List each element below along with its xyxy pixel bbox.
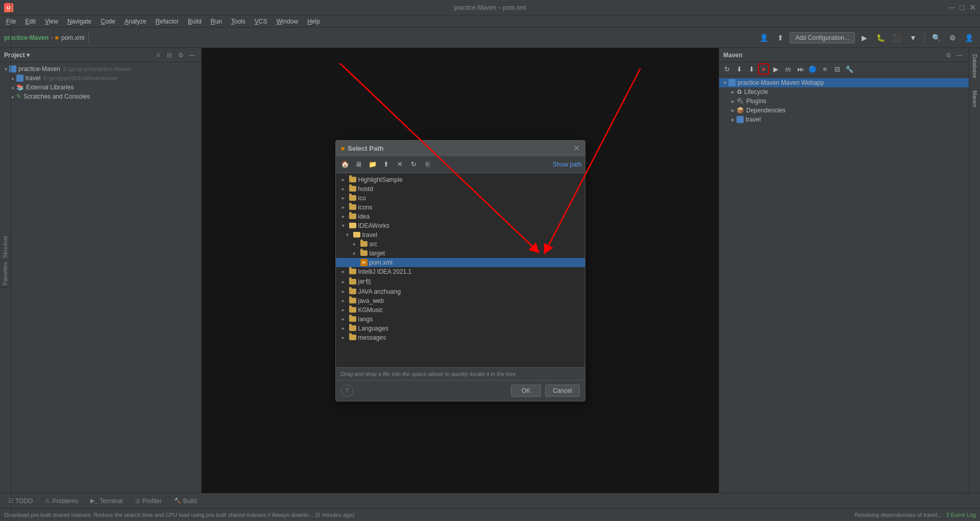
dialog-tree-item-icons[interactable]: ▸ icons bbox=[336, 203, 585, 212]
more-run-btn[interactable]: ▼ bbox=[906, 31, 920, 45]
maven-run-btn[interactable]: ▶ bbox=[770, 63, 781, 75]
maven-download-btn[interactable]: ⬇ bbox=[746, 63, 757, 75]
bottom-tab-profiler[interactable]: ◎ Profiler bbox=[131, 495, 166, 507]
dialog-tree-item-jar[interactable]: ▸ jar包 bbox=[336, 276, 585, 287]
menu-vcs[interactable]: VCS bbox=[251, 17, 272, 26]
maven-settings-btn[interactable]: ⚙ bbox=[943, 50, 953, 60]
menu-help[interactable]: Help bbox=[303, 17, 324, 26]
dialog-file-tree[interactable]: ▸ HighlightSample ▸ hostd ▸ ico bbox=[336, 173, 585, 367]
stop-btn[interactable]: ⬛ bbox=[890, 31, 904, 45]
close-button[interactable]: ✕ bbox=[969, 4, 976, 11]
menu-code[interactable]: Code bbox=[96, 17, 119, 26]
menu-navigate[interactable]: Navigate bbox=[63, 17, 95, 26]
maven-lifecycle-btn[interactable]: ≡ bbox=[819, 63, 830, 75]
dialog-tree-item-messages[interactable]: ▸ messages bbox=[336, 333, 585, 342]
dialog-tree-item-java-web[interactable]: ▸ java_web bbox=[336, 296, 585, 305]
dialog-button-area: ? OK Cancel bbox=[336, 380, 585, 401]
maven-wrench-btn[interactable]: 🔧 bbox=[844, 63, 855, 75]
problems-icon: ⚠ bbox=[45, 498, 50, 504]
dialog-tree-item-pom-xml[interactable]: m pom.xml bbox=[336, 258, 585, 267]
dialog-new-folder-button[interactable]: 📁 bbox=[366, 158, 379, 171]
show-path-button[interactable]: Show path bbox=[553, 161, 582, 168]
maven-item-travel[interactable]: ▸ travel bbox=[719, 115, 969, 124]
project-tool-expand[interactable]: ≡ bbox=[153, 50, 163, 60]
profile-btn[interactable]: 👤 bbox=[757, 31, 771, 45]
event-log-count: 3 bbox=[946, 512, 949, 518]
sidebar-tab-favorites[interactable]: Favorites bbox=[0, 260, 11, 288]
dialog-tree-item-langs[interactable]: ▸ langs bbox=[336, 315, 585, 324]
dialog-tree-item-hostd[interactable]: ▸ hostd bbox=[336, 184, 585, 194]
menu-build[interactable]: Build bbox=[184, 17, 206, 26]
dialog-copy-button[interactable]: ⎘ bbox=[422, 158, 434, 171]
maximize-button[interactable]: □ bbox=[959, 4, 966, 11]
dialog-delete-button[interactable]: ✕ bbox=[394, 158, 406, 171]
project-tool-close[interactable]: — bbox=[187, 50, 197, 60]
dialog-tree-item-languages[interactable]: ▸ Languages bbox=[336, 324, 585, 333]
tree-item-external-libraries[interactable]: ▸ 📚 External Libraries bbox=[0, 83, 201, 92]
dialog-tree-item-src[interactable]: ▸ src bbox=[336, 240, 585, 249]
tree-item-practice-maven[interactable]: ▾ practice-Maven E:\program\practice-Mav… bbox=[0, 64, 201, 74]
maven-item-plugins[interactable]: ▸ 🔌 Plugins bbox=[719, 97, 969, 106]
maven-item-dependencies[interactable]: ▸ 📦 Dependencies bbox=[719, 106, 969, 115]
settings-btn[interactable]: ⚙ bbox=[945, 31, 960, 45]
project-tool-settings[interactable]: ⚙ bbox=[176, 50, 186, 60]
maven-close-btn[interactable]: — bbox=[954, 50, 965, 60]
dialog-cancel-button[interactable]: Cancel bbox=[545, 385, 579, 397]
folder-icon-java-web bbox=[349, 298, 356, 303]
bottom-tab-build[interactable]: 🔨 Build bbox=[170, 495, 201, 507]
dialog-tree-item-target[interactable]: ▸ target bbox=[336, 249, 585, 258]
maven-reimport-btn[interactable]: ⬇ bbox=[733, 63, 745, 75]
search-btn[interactable]: 🔍 bbox=[929, 31, 943, 45]
title-bar: IJ practice-Maven – pom.xml ─ □ ✕ bbox=[0, 0, 980, 15]
bottom-tab-terminal[interactable]: ▶_ Terminal bbox=[86, 495, 127, 507]
bottom-tab-problems[interactable]: ⚠ Problems bbox=[41, 495, 82, 507]
dialog-tree-item-ico[interactable]: ▸ ico bbox=[336, 194, 585, 203]
menu-refactor[interactable]: Refactor bbox=[152, 17, 183, 26]
menu-edit[interactable]: Edit bbox=[21, 17, 40, 26]
menu-tools[interactable]: Tools bbox=[227, 17, 250, 26]
maven-skip-btn[interactable]: ⏭ bbox=[795, 63, 806, 75]
dialog-tree-item-java-anzhuang[interactable]: ▸ JAVA anzhuang bbox=[336, 287, 585, 296]
add-configuration-button[interactable]: Add Configuration... bbox=[790, 32, 855, 43]
maven-phase-btn[interactable]: 🔵 bbox=[807, 63, 818, 75]
event-log-badge[interactable]: 3 Event Log bbox=[946, 512, 976, 518]
maven-refresh-btn[interactable]: ↻ bbox=[721, 63, 732, 75]
dialog-tree-item-highlightsample[interactable]: ▸ HighlightSample bbox=[336, 175, 585, 184]
file-icon: ■ bbox=[55, 34, 58, 41]
dialog-desktop-button[interactable]: 🖥 bbox=[353, 158, 365, 171]
dialog-close-button[interactable]: ✕ bbox=[573, 144, 580, 153]
dialog-up-button[interactable]: ⬆ bbox=[380, 158, 393, 171]
menu-view[interactable]: View bbox=[41, 17, 62, 26]
menu-analyze[interactable]: Analyze bbox=[120, 17, 151, 26]
project-panel-header: Project ▾ ≡ ⊟ ⚙ — bbox=[0, 48, 201, 62]
git-btn[interactable]: ⬆ bbox=[773, 31, 788, 45]
dialog-tree-item-ideaworks[interactable]: ▾ IDEAWorks bbox=[336, 221, 585, 230]
dialog-refresh-button[interactable]: ↻ bbox=[408, 158, 420, 171]
menu-window[interactable]: Window bbox=[272, 17, 302, 26]
sidebar-tab-database[interactable]: Database bbox=[970, 48, 980, 84]
minimize-button[interactable]: ─ bbox=[948, 4, 955, 11]
sidebar-tab-maven[interactable]: Maven bbox=[970, 84, 980, 113]
sidebar-tab-structure[interactable]: Structure bbox=[0, 233, 11, 260]
run-btn[interactable]: ▶ bbox=[857, 31, 871, 45]
tree-item-scratches[interactable]: ▸ ✎ Scratches and Consoles bbox=[0, 92, 201, 101]
dialog-tree-item-idea[interactable]: ▸ idea bbox=[336, 212, 585, 221]
tree-item-travel[interactable]: ▸ travel E:\program\IDEAWorks\travel bbox=[0, 74, 201, 83]
menu-run[interactable]: Run bbox=[207, 17, 226, 26]
dialog-help-button[interactable]: ? bbox=[341, 385, 353, 397]
dialog-tree-item-kgmusic[interactable]: ▸ KGMusic bbox=[336, 305, 585, 315]
maven-item-lifecycle[interactable]: ▸ ♻ Lifecycle bbox=[719, 87, 969, 97]
breadcrumb-file: ■ pom.xml bbox=[55, 34, 84, 41]
avatar-btn[interactable]: 👤 bbox=[962, 31, 976, 45]
dialog-tree-item-travel[interactable]: ▾ travel bbox=[336, 230, 585, 240]
maven-item-practice-maven[interactable]: ▾ practice-Maven Maven Webapp bbox=[719, 78, 969, 87]
project-tool-collapse[interactable]: ⊟ bbox=[164, 50, 175, 60]
dialog-home-button[interactable]: 🏠 bbox=[339, 158, 351, 171]
dialog-tree-item-intellij[interactable]: ▸ IntelliJ IDEA 2021.1 bbox=[336, 267, 585, 276]
maven-filter-btn[interactable]: ⊟ bbox=[831, 63, 843, 75]
arrow-intellij: ▸ bbox=[340, 269, 347, 274]
maven-add-btn[interactable]: + bbox=[758, 63, 769, 75]
maven-m-btn[interactable]: m bbox=[782, 63, 794, 75]
debug-btn[interactable]: 🐛 bbox=[873, 31, 888, 45]
dialog-ok-button[interactable]: OK bbox=[511, 385, 541, 397]
